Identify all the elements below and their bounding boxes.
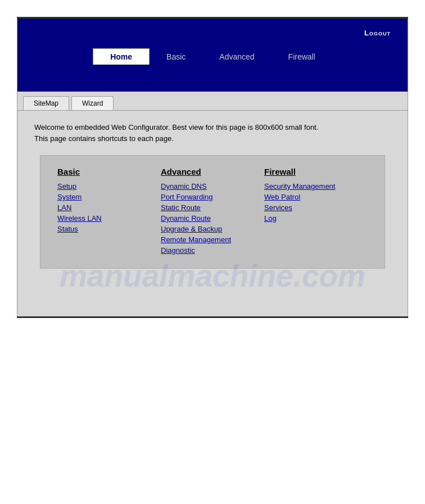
tab-wizard[interactable]: Wizard xyxy=(71,96,114,110)
content-area: SiteMap Wizard Welcome to embedded Web C… xyxy=(17,92,408,316)
list-item: Dynamic Route xyxy=(161,214,253,223)
sitemap-grid-container: Basic Setup System LAN Wireless LAN Stat… xyxy=(40,155,385,269)
nav-item-advanced[interactable]: Advanced xyxy=(202,49,271,65)
welcome-line2: This page contains shortcuts to each pag… xyxy=(34,134,174,143)
list-item: Remote Management xyxy=(161,235,253,244)
link-services[interactable]: Services xyxy=(264,203,292,212)
firewall-links: Security Management Web Patrol Services … xyxy=(264,182,356,223)
link-dynamic-route[interactable]: Dynamic Route xyxy=(161,214,211,223)
firewall-column-header: Firewall xyxy=(264,167,356,176)
link-dynamic-dns[interactable]: Dynamic DNS xyxy=(161,182,207,190)
list-item: Wireless LAN xyxy=(57,214,150,223)
nav-item-firewall[interactable]: Firewall xyxy=(272,49,332,65)
link-setup[interactable]: Setup xyxy=(57,182,76,190)
logout-button[interactable]: Logout xyxy=(364,29,391,37)
list-item: System xyxy=(57,193,150,201)
nav-item-home[interactable]: Home xyxy=(93,48,150,65)
tab-sitemap[interactable]: SiteMap xyxy=(23,96,69,110)
bottom-border xyxy=(17,316,408,318)
link-security-management[interactable]: Security Management xyxy=(264,182,335,190)
list-item: LAN xyxy=(57,203,150,212)
link-wireless-lan[interactable]: Wireless LAN xyxy=(57,214,102,223)
list-item: Web Patrol xyxy=(264,193,356,201)
list-item: Dynamic DNS xyxy=(161,182,253,190)
advanced-column-header: Advanced xyxy=(161,167,253,176)
link-web-patrol[interactable]: Web Patrol xyxy=(264,193,300,201)
link-lan[interactable]: LAN xyxy=(57,203,71,212)
basic-column-header: Basic xyxy=(57,167,150,176)
sitemap-grid: Basic Setup System LAN Wireless LAN Stat… xyxy=(57,167,368,257)
list-item: Static Route xyxy=(161,203,253,212)
link-log[interactable]: Log xyxy=(264,214,277,223)
link-diagnostic[interactable]: Diagnostic xyxy=(161,246,195,255)
link-system[interactable]: System xyxy=(57,193,82,201)
welcome-line1: Welcome to embedded Web Configurator. Be… xyxy=(34,123,318,131)
link-upgrade-backup[interactable]: Upgrade & Backup xyxy=(161,225,222,233)
link-status[interactable]: Status xyxy=(57,225,78,233)
list-item: Port Forwarding xyxy=(161,193,253,201)
link-remote-management[interactable]: Remote Management xyxy=(161,235,231,244)
advanced-links: Dynamic DNS Port Forwarding Static Route… xyxy=(161,182,253,255)
sitemap-column-basic: Basic Setup System LAN Wireless LAN Stat… xyxy=(57,167,161,257)
header: Logout Home Basic Advanced Firewall xyxy=(17,19,408,92)
welcome-text: Welcome to embedded Web Configurator. Be… xyxy=(34,122,391,144)
content-body: Welcome to embedded Web Configurator. Be… xyxy=(17,111,408,280)
list-item: Security Management xyxy=(264,182,356,190)
nav-bar: Home Basic Advanced Firewall xyxy=(29,48,396,65)
logout-area: Logout xyxy=(29,24,396,37)
list-item: Status xyxy=(57,225,150,233)
tabs-row: SiteMap Wizard xyxy=(17,92,408,111)
list-item: Log xyxy=(264,214,356,223)
link-port-forwarding[interactable]: Port Forwarding xyxy=(161,193,213,201)
list-item: Setup xyxy=(57,182,150,190)
basic-links: Setup System LAN Wireless LAN Status xyxy=(57,182,150,233)
sitemap-column-firewall: Firewall Security Management Web Patrol … xyxy=(264,167,368,257)
list-item: Diagnostic xyxy=(161,246,253,255)
nav-item-basic[interactable]: Basic xyxy=(150,49,202,65)
link-static-route[interactable]: Static Route xyxy=(161,203,201,212)
main-container: Logout Home Basic Advanced Firewall Site… xyxy=(17,19,408,316)
list-item: Services xyxy=(264,203,356,212)
sitemap-column-advanced: Advanced Dynamic DNS Port Forwarding Sta… xyxy=(161,167,264,257)
list-item: Upgrade & Backup xyxy=(161,225,253,233)
